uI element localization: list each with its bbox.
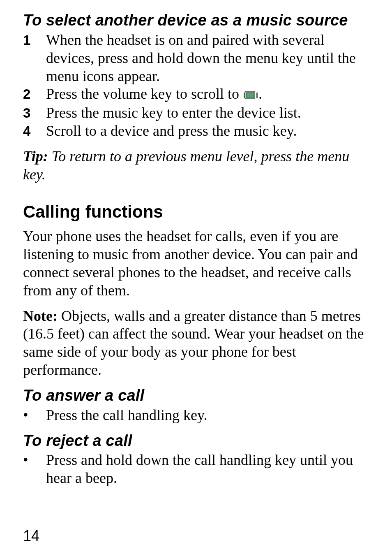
list-item: • Press and hold down the call handling … bbox=[23, 451, 376, 487]
step-number: 1 bbox=[23, 31, 46, 49]
svg-rect-3 bbox=[256, 93, 258, 98]
bullet-dot: • bbox=[23, 451, 46, 469]
device-list-icon bbox=[244, 86, 258, 104]
step-text-suffix: . bbox=[258, 86, 262, 102]
section-heading-reject: To reject a call bbox=[23, 432, 376, 450]
page-content: To select another device as a music sour… bbox=[23, 12, 376, 545]
list-item: • Press the call handling key. bbox=[23, 406, 376, 425]
svg-rect-2 bbox=[246, 93, 254, 97]
note-paragraph: Note: Objects, walls and a greater dista… bbox=[23, 307, 376, 380]
page-number: 14 bbox=[23, 527, 39, 545]
bullet-dot: • bbox=[23, 406, 46, 425]
list-item: 3 Press the music key to enter the devic… bbox=[23, 104, 376, 122]
note-text: Objects, walls and a greater distance th… bbox=[23, 308, 364, 378]
heading-calling-functions: Calling functions bbox=[23, 202, 376, 222]
tip-text: To return to a previous menu level, pres… bbox=[23, 148, 349, 183]
list-item: 2 Press the volume key to scroll to . bbox=[23, 85, 376, 104]
bullet-text: Press and hold down the call handling ke… bbox=[46, 451, 376, 487]
step-text: Scroll to a device and press the music k… bbox=[46, 122, 376, 140]
list-item: 4 Scroll to a device and press the music… bbox=[23, 122, 376, 140]
tip-paragraph: Tip: To return to a previous menu level,… bbox=[23, 148, 376, 184]
tip-label: Tip: bbox=[23, 148, 48, 165]
step-text: When the headset is on and paired with s… bbox=[46, 31, 376, 86]
bullet-list-reject: • Press and hold down the call handling … bbox=[23, 451, 376, 487]
steps-list: 1 When the headset is on and paired with… bbox=[23, 31, 376, 140]
step-number: 4 bbox=[23, 122, 46, 139]
bullet-text: Press the call handling key. bbox=[46, 406, 376, 425]
note-label: Note: bbox=[23, 308, 61, 324]
calling-intro: Your phone uses the headset for calls, e… bbox=[23, 227, 376, 300]
section-heading-answer: To answer a call bbox=[23, 387, 376, 405]
step-text: Press the music key to enter the device … bbox=[46, 104, 376, 122]
list-item: 1 When the headset is on and paired with… bbox=[23, 31, 376, 86]
step-number: 3 bbox=[23, 104, 46, 121]
step-number: 2 bbox=[23, 85, 46, 102]
section-heading-select-source: To select another device as a music sour… bbox=[23, 12, 376, 30]
bullet-list-answer: • Press the call handling key. bbox=[23, 406, 376, 425]
step-text: Press the volume key to scroll to . bbox=[46, 85, 376, 104]
step-text-part: Press the volume key to scroll to bbox=[46, 86, 243, 102]
